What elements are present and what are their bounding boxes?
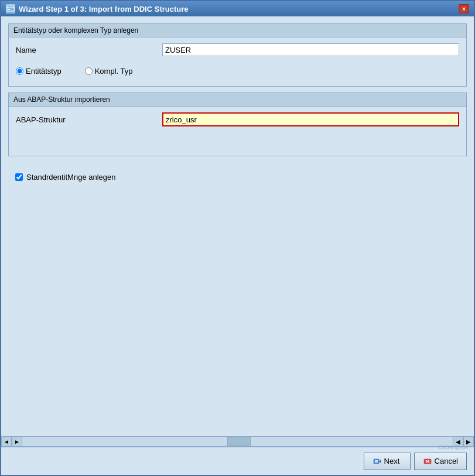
- checkbox-section-content: StandrdentitMnge anlegen: [8, 162, 467, 192]
- scroll-right-button-inner[interactable]: ►: [12, 436, 22, 447]
- svg-rect-0: [7, 6, 14, 11]
- svg-rect-2: [8, 9, 10, 10]
- checkbox-row: StandrdentitMnge anlegen: [15, 168, 460, 186]
- name-label: Name: [16, 46, 162, 54]
- name-row: Name: [16, 43, 459, 56]
- svg-rect-3: [374, 459, 379, 464]
- close-button[interactable]: ×: [459, 4, 469, 13]
- abap-section: Aus ABAP-Struktur importieren ABAP-Struk…: [8, 93, 467, 156]
- complex-type-label: Kompl. Typ: [95, 67, 133, 76]
- title-bar: Wizard Step 1 of 3: Import from DDIC Str…: [1, 1, 474, 16]
- scroll-left-button[interactable]: ◄: [1, 436, 12, 447]
- standard-identity-checkbox[interactable]: [15, 173, 23, 181]
- name-input[interactable]: [162, 43, 459, 56]
- next-label: Next: [384, 457, 400, 465]
- entity-type-radio[interactable]: [16, 67, 23, 75]
- horizontal-scrollbar[interactable]: ◄ ► ◀ ▶: [1, 436, 474, 447]
- entity-type-label: Entitätstyp: [26, 67, 61, 76]
- cancel-label: Cancel: [435, 457, 458, 465]
- bottom-bar: Next Cancel: [1, 447, 474, 475]
- entity-section-header: Entitätstyp oder komplexen Typ anlegen: [9, 24, 466, 37]
- entity-section-content: Name Entitätstyp Kompl. Typ: [9, 37, 466, 86]
- watermark: CSDN @xpx: [438, 444, 468, 450]
- spacer: [8, 198, 467, 429]
- svg-marker-4: [379, 460, 381, 463]
- abap-label: ABAP-Struktur: [16, 115, 162, 124]
- wizard-icon: [6, 4, 15, 13]
- abap-structure-input[interactable]: [162, 112, 459, 126]
- complex-type-radio[interactable]: [85, 67, 93, 75]
- wizard-window: Wizard Step 1 of 3: Import from DDIC Str…: [0, 0, 475, 476]
- title-bar-left: Wizard Step 1 of 3: Import from DDIC Str…: [6, 4, 189, 13]
- window-title: Wizard Step 1 of 3: Import from DDIC Str…: [19, 5, 189, 13]
- entity-section: Entitätstyp oder komplexen Typ anlegen N…: [8, 23, 467, 87]
- abap-section-content: ABAP-Struktur: [9, 107, 466, 156]
- checkbox-section: StandrdentitMnge anlegen: [8, 162, 467, 192]
- complex-type-radio-item[interactable]: Kompl. Typ: [85, 67, 133, 76]
- standard-identity-label: StandrdentitMnge anlegen: [26, 173, 116, 182]
- abap-section-header: Aus ABAP-Struktur importieren: [9, 93, 466, 107]
- cancel-icon: [423, 457, 432, 465]
- scroll-thumb[interactable]: [227, 437, 251, 446]
- entity-type-radio-item[interactable]: Entitätstyp: [16, 67, 61, 76]
- abap-row: ABAP-Struktur: [16, 112, 459, 126]
- type-radio-group: Entitätstyp Kompl. Typ: [16, 62, 459, 80]
- scroll-track: [25, 437, 453, 446]
- cancel-button[interactable]: Cancel: [414, 453, 467, 470]
- next-button[interactable]: Next: [364, 453, 411, 470]
- content-area: Entitätstyp oder komplexen Typ anlegen N…: [1, 16, 474, 436]
- next-icon: [373, 457, 382, 465]
